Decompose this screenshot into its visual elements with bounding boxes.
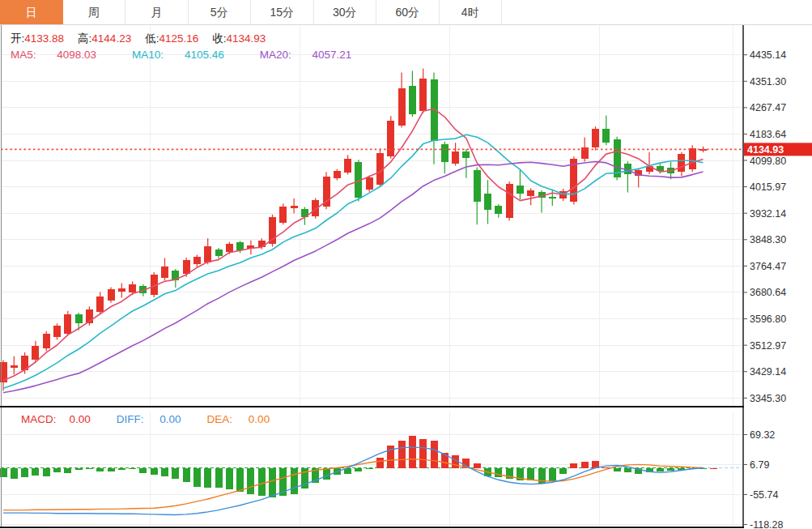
gridlines — [1, 24, 743, 527]
axis-tick-label: -118.28 — [750, 519, 784, 529]
axis-tick-label: 4183.64 — [750, 129, 786, 140]
axis-tick-label: 4435.14 — [750, 49, 786, 61]
tab-m30[interactable]: 30分 — [314, 0, 377, 24]
tab-m60[interactable]: 60分 — [376, 0, 440, 24]
axis-tick-label: -55.74 — [750, 489, 778, 501]
tab-week[interactable]: 周 — [63, 0, 126, 24]
timeframe-tabbar: 日周月5分15分30分60分4时 — [0, 0, 812, 25]
axis-frame — [0, 24, 744, 527]
axis-tick-label: 4351.30 — [750, 76, 786, 87]
axis-tick-label: 3932.14 — [750, 208, 786, 220]
kline-chart-app: 日周月5分15分30分60分4时 4435.144351.304267.4741… — [0, 0, 812, 529]
last-price-badge-text: 4134.93 — [747, 144, 784, 156]
axis-tick-label: 4099.80 — [750, 156, 786, 167]
axis-tick-label: 6.79 — [750, 459, 769, 471]
ma20-line — [3, 162, 704, 393]
tab-m5[interactable]: 5分 — [189, 0, 252, 24]
macd-axis: 69.326.79-55.74-118.28 — [743, 429, 784, 529]
price-axis: 4435.144351.304267.474183.644099.804015.… — [743, 49, 786, 404]
axis-tick-label: 3848.30 — [750, 234, 786, 245]
axis-tick-label: 3680.64 — [750, 287, 786, 298]
macd-histogram — [0, 436, 717, 497]
axis-tick-label: 4015.97 — [750, 181, 786, 193]
chart-canvas[interactable]: 4435.144351.304267.474183.644099.804015.… — [0, 0, 812, 529]
axis-tick-label: 3345.30 — [750, 393, 786, 404]
tab-day[interactable]: 日 — [0, 0, 63, 24]
axis-tick-label: 3596.80 — [750, 314, 786, 325]
tab-m15[interactable]: 15分 — [251, 0, 314, 24]
ma10-line — [3, 134, 704, 388]
axis-tick-label: 3512.97 — [750, 340, 786, 352]
dif-line — [3, 447, 704, 514]
ma-lines — [3, 109, 704, 392]
candlestick-series — [0, 68, 707, 390]
axis-tick-label: 3429.14 — [750, 366, 786, 378]
tab-month[interactable]: 月 — [125, 0, 189, 24]
macd-lines — [3, 447, 704, 514]
axis-tick-label: 4267.47 — [750, 102, 786, 113]
axis-tick-label: 69.32 — [750, 429, 775, 441]
tab-h4[interactable]: 4时 — [440, 0, 503, 24]
axis-tick-label: 3764.47 — [750, 261, 786, 272]
last-price-badge: 4134.93 — [744, 143, 812, 156]
